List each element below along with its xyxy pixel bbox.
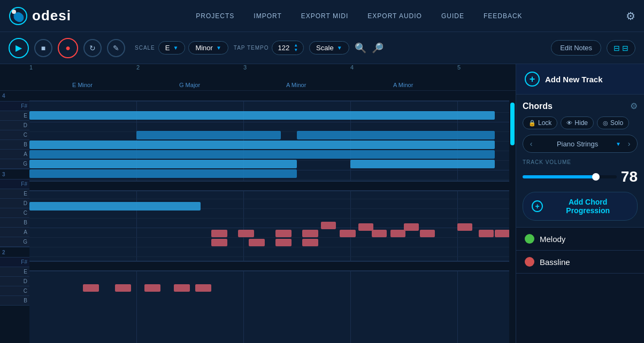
svg-point-1 xyxy=(12,10,16,14)
chord-block-c-full[interactable] xyxy=(29,141,495,149)
key-b-3[interactable]: B xyxy=(0,218,29,228)
chord-block-g-1[interactable] xyxy=(29,169,297,178)
add-chord-progression-button[interactable]: + Add Chord Progression xyxy=(523,192,638,221)
chord-block-t3-e[interactable] xyxy=(29,202,201,211)
track-3-label: 3 xyxy=(2,172,5,177)
record-button[interactable]: ● xyxy=(58,38,78,58)
key-g-3[interactable]: G xyxy=(0,237,29,247)
volume-bar[interactable] xyxy=(523,175,617,178)
marker-2: 2 xyxy=(136,64,140,71)
key-g-4[interactable]: G xyxy=(0,159,29,169)
key-a-4[interactable]: A xyxy=(0,150,29,159)
key-b-4[interactable]: B xyxy=(0,140,29,150)
beat-4[interactable] xyxy=(302,230,318,237)
key-c-2[interactable]: C xyxy=(0,286,29,296)
key-e-2[interactable]: E xyxy=(0,267,29,277)
zoom-out-icon[interactable]: 🔍 xyxy=(355,42,366,54)
key-d-3[interactable]: D xyxy=(0,199,29,208)
lock-button[interactable]: 🔒 Lock xyxy=(523,116,557,129)
zoom-in-icon[interactable]: 🔎 xyxy=(372,42,384,54)
nav-import[interactable]: IMPORT xyxy=(250,10,285,22)
key-fsharp-4[interactable]: F# xyxy=(0,102,29,111)
chord-block-b-full[interactable] xyxy=(29,150,495,159)
chord-a-minor-1: A Minor xyxy=(286,82,306,88)
edit-button[interactable]: ✎ xyxy=(107,39,125,57)
volume-fill xyxy=(523,175,596,178)
key-b-2[interactable]: B xyxy=(0,296,29,306)
loop-button[interactable]: ↻ xyxy=(83,39,102,57)
beat-t2-3[interactable] xyxy=(144,284,160,292)
logo-text: odesi xyxy=(32,7,71,24)
beat-11[interactable] xyxy=(420,230,435,237)
nav-projects[interactable]: PROJECTS xyxy=(193,10,237,22)
key-e-4[interactable]: E xyxy=(0,111,29,121)
chords-gear-icon[interactable]: ⚙ xyxy=(630,101,638,111)
grid-area: 1 2 3 4 5 E Minor G Major A Minor A Mino… xyxy=(0,64,516,343)
beat-6[interactable] xyxy=(340,230,356,237)
key-c-4[interactable]: C xyxy=(0,130,29,140)
hide-button[interactable]: 👁 Hide xyxy=(561,116,594,129)
stop-button[interactable]: ■ xyxy=(34,39,52,57)
scrollbar-thumb[interactable] xyxy=(510,103,515,145)
beat-g-1[interactable] xyxy=(211,239,227,246)
view-select[interactable]: Scale ▼ xyxy=(309,41,349,54)
vertical-scrollbar[interactable] xyxy=(509,91,516,343)
beat-t2-5[interactable] xyxy=(195,284,211,292)
chord-block-d-2[interactable] xyxy=(297,131,495,139)
scale-type-select[interactable]: Minor ▼ xyxy=(188,41,228,54)
volume-display: 78 xyxy=(523,168,638,185)
nav-export-midi[interactable]: EXPORT MIDI xyxy=(298,10,352,22)
beat-3[interactable] xyxy=(275,230,292,237)
beat-g-4[interactable] xyxy=(302,239,318,246)
edit-notes-button[interactable]: Edit Notes xyxy=(551,40,601,56)
chord-block-a-1[interactable] xyxy=(29,160,297,168)
tempo-down[interactable]: ▼ xyxy=(294,48,298,52)
chord-block-d-1[interactable] xyxy=(136,131,281,139)
beat-2[interactable] xyxy=(238,230,254,237)
piano-roll-grid[interactable] xyxy=(29,91,509,343)
beat-7[interactable] xyxy=(358,223,373,231)
scale-key-select[interactable]: E ▼ xyxy=(158,41,186,54)
key-c-3[interactable]: C xyxy=(0,208,29,218)
key-d-4[interactable]: D xyxy=(0,121,29,130)
grid-background xyxy=(29,91,509,343)
play-button[interactable]: ▶ xyxy=(9,38,29,58)
beat-g-2[interactable] xyxy=(249,239,265,246)
track-item-melody[interactable]: Melody xyxy=(516,228,644,251)
solo-button[interactable]: ◎ Solo xyxy=(597,116,629,129)
key-e-3[interactable]: E xyxy=(0,189,29,199)
mixer-button[interactable]: ⊟ ⊟ xyxy=(607,40,635,56)
track-item-bassline[interactable]: Bassline xyxy=(516,251,644,274)
nav-guide[interactable]: GUIDE xyxy=(438,10,467,22)
beat-14[interactable] xyxy=(495,230,509,237)
key-fsharp-2[interactable]: F# xyxy=(0,258,29,267)
key-a-3[interactable]: A xyxy=(0,228,29,237)
chords-header: Chords ⚙ xyxy=(523,101,638,111)
beat-t2-2[interactable] xyxy=(115,284,131,292)
beat-13[interactable] xyxy=(479,230,494,237)
beat-1[interactable] xyxy=(211,230,227,237)
beat-5[interactable] xyxy=(321,222,336,229)
nav-feedback[interactable]: FEEDBACK xyxy=(480,10,526,22)
beat-t2-4[interactable] xyxy=(174,284,190,292)
chord-block-e-full[interactable] xyxy=(29,111,495,120)
key-d-2[interactable]: D xyxy=(0,277,29,286)
tempo-up[interactable]: ▲ xyxy=(294,43,298,48)
add-new-track-button[interactable]: + Add New Track xyxy=(516,64,644,95)
beat-8[interactable] xyxy=(372,230,387,237)
beat-t2-1[interactable] xyxy=(83,284,99,292)
nav-export-audio[interactable]: EXPORT AUDIO xyxy=(364,10,425,22)
volume-slider-container[interactable] xyxy=(523,175,617,178)
tap-tempo-label[interactable]: TAP TEMPO xyxy=(234,45,269,51)
beat-10[interactable] xyxy=(404,223,419,231)
instrument-next[interactable]: › xyxy=(621,135,637,152)
beat-g-3[interactable] xyxy=(275,239,292,246)
key-fsharp-3[interactable]: F# xyxy=(0,180,29,189)
bassline-color-dot xyxy=(525,257,534,267)
beat-12[interactable] xyxy=(457,223,472,231)
settings-icon[interactable]: ⚙ xyxy=(626,10,635,22)
beat-9[interactable] xyxy=(390,230,405,237)
chord-block-a-2[interactable] xyxy=(350,160,495,168)
volume-handle[interactable] xyxy=(592,173,600,181)
instrument-prev[interactable]: ‹ xyxy=(523,135,539,152)
